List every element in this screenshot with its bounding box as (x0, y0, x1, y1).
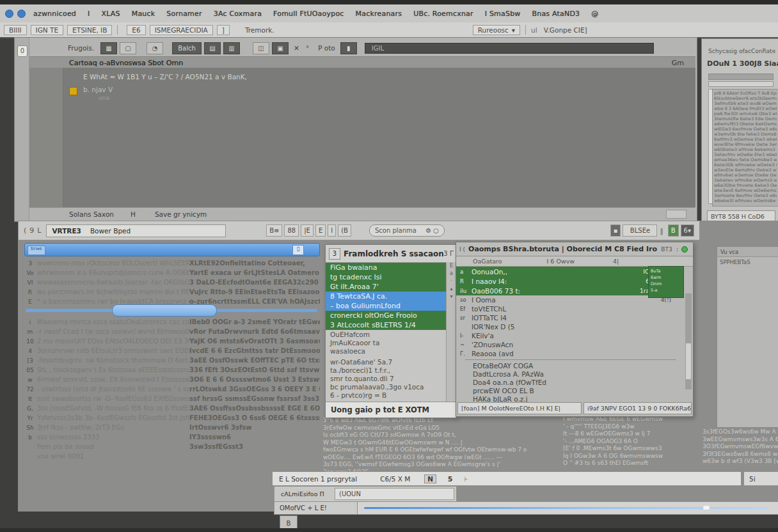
batch-button[interactable]: Balch (172, 42, 202, 54)
dialog-footer-right[interactable]: i9af 3NPV EGO1 13 9 0 FOKK6Ra6 11 |G (584, 402, 692, 414)
menu-item[interactable]: wr-Oata6ane' 5a.7 (326, 357, 446, 366)
list-item[interactable]: R ws porrcrmwrs im 6chwitmyrso marrim du… (23, 287, 320, 297)
vcs-panel-header[interactable]: Vu vca (717, 247, 778, 257)
toolbar-segment-5[interactable]: ISMEGRAECIDIA (150, 25, 213, 35)
dialog-scroll-thumb[interactable] (686, 343, 691, 379)
popup-scrollbar[interactable]: Ea·▴▾ (446, 262, 456, 402)
toggle-icon[interactable]: ▤ (204, 42, 221, 54)
menu-item[interactable]: OuEHafcom (326, 330, 446, 338)
menu-item-selected-green[interactable]: cronercki oItOnGe Frooio (326, 311, 446, 320)
mini-preview-panel[interactable]: BuTa6aimOnim5-a (648, 266, 684, 298)
search-input[interactable]: Scon planma ⚙ ○ (369, 224, 445, 237)
tab-calmiesifoo[interactable]: cALmiEsifoo П (281, 490, 327, 497)
menu-item[interactable]: Fomull FtUOaoypoc (273, 10, 344, 18)
table-row-selected[interactable]: a OonuaOn,, IO (456, 267, 652, 276)
progress-track[interactable] (357, 501, 778, 515)
editor-tab-title[interactable]: Cartoaq o-aBvnoswsa Sbot Omn (69, 59, 183, 67)
list-item[interactable]: 10 2 ms mssnrUtY EOss EAtscO4LEOECO OEt … (23, 336, 320, 346)
menu-item[interactable]: Sornamer (166, 10, 202, 18)
list-item[interactable]: 72 - sswtrtsss (srtd dt Jtssrsstss6s 6E … (23, 384, 320, 394)
popup-footer[interactable]: Uong gaio p tot E XOTM (326, 402, 456, 418)
table-row[interactable]: DadtLcrosa A. PAzWa (469, 370, 687, 378)
view-button[interactable]: |E (301, 224, 314, 237)
table-row[interactable]: Ef toVtETChL (456, 304, 674, 313)
clock-icon[interactable]: ◔ (147, 42, 163, 54)
grid-icon[interactable]: ▥ (223, 42, 240, 54)
menu-item[interactable]: ta./borceci)1 t.f:r., (326, 366, 446, 374)
window-control-dot-2[interactable] (17, 10, 26, 18)
column-header-3[interactable]: 4| (613, 258, 619, 265)
menu-item-selected-green[interactable]: FiGa bwaiana (326, 263, 446, 272)
close-icon[interactable]: ✕ (294, 44, 299, 52)
menu-item[interactable]: I (88, 10, 90, 18)
view-button[interactable]: E (315, 224, 326, 237)
right-window-toolbar[interactable] (708, 74, 774, 80)
mic-icon[interactable]: ▮ (340, 42, 357, 54)
display-icon[interactable]: ◫ (253, 42, 269, 54)
rail-badge[interactable]: 0 (17, 45, 28, 57)
list-item[interactable]: Pem pla ba soood 3sw3ssfEGsst3 (23, 442, 320, 451)
popup-header-right[interactable]: 3 Г (443, 250, 454, 257)
path-field[interactable]: VRTRE3 Bower Bped (46, 224, 226, 237)
editor-pane[interactable]: E WhAt = W 1B1 Y u – Z/'C ? / AO5N21 a v… (29, 68, 695, 207)
toolbar-segment-3[interactable]: ETSINE, IB (67, 25, 112, 35)
table-row[interactable]: prcwEW OCO EL B (469, 386, 687, 395)
tool-icon[interactable]: 9 (29, 226, 34, 235)
list-item[interactable]: 05 StL , tssckssgwrv t Es 6sstssaa aEEEE… (23, 365, 320, 375)
scroll-thumb[interactable] (112, 304, 217, 317)
bottom-bar-button-5[interactable]: 5 (448, 475, 452, 483)
list-item[interactable]: Vo whrwmnnm ir.o 66unoprtdjssmcrs curw A… (23, 268, 320, 278)
table-row-selected[interactable]: ilu OaoB006 73 t: 1ra (456, 286, 652, 295)
menu-item[interactable]: I SmaSbw (485, 10, 521, 18)
green-badge-button[interactable]: B (668, 224, 679, 237)
window-control-dot-1[interactable] (5, 10, 13, 18)
list-item[interactable]: m -r rwssf Ccad t tw ssca ssvwvr/ wvnd 6… (23, 327, 320, 336)
table-row[interactable]: IOR'Nex D (5 (456, 322, 674, 331)
bottom-tab-row-2[interactable]: OMofVC + L E! (274, 501, 363, 515)
dialog-title-bar[interactable]: I ( Oaomps BShra.btoruta | Oborecid M C8… (456, 242, 693, 256)
menu-item[interactable]: Bnas AtaND3 (532, 10, 580, 18)
header-button[interactable]: ▯ (292, 245, 304, 255)
dark-square-icon[interactable]: ▪ (610, 224, 621, 237)
list-item[interactable] (23, 461, 320, 471)
right-window-field[interactable] (708, 81, 774, 87)
table-row[interactable]: sr IOTTaTC I4 (456, 313, 674, 322)
menu-item[interactable]: XLAS (102, 10, 120, 18)
dialog-scrollbar[interactable] (685, 293, 692, 389)
menu-item[interactable]: Mauck (132, 10, 155, 18)
menu-item[interactable]: bc prumalaava0.,3go v1oca (326, 382, 446, 391)
document-body[interactable]: prB A 6Aoor ExOftse T AvB Eprssw6tksvbte… (712, 89, 778, 207)
list-item[interactable]: 3 wvwnnms-mas rOcksceso 6OLOsoerti WhLSE… (23, 258, 320, 268)
view-button[interactable]: B≡ (266, 224, 282, 237)
count-button[interactable]: 6▾ (681, 224, 694, 237)
tool-icon[interactable]: L (37, 226, 41, 235)
menu-item[interactable]: @ (591, 10, 598, 18)
menu-item[interactable]: UBc. Roemcxnar (413, 10, 473, 18)
bottom-right-button[interactable]: 5i (743, 471, 778, 486)
toolbar-segment-4[interactable]: E6 (127, 25, 145, 35)
table-header-bar[interactable]: brwe ▯ (24, 243, 320, 256)
table-row[interactable]: ~ 'ZOnuswAcn (456, 340, 674, 349)
shield-icon[interactable]: ▦ (100, 42, 117, 54)
table-row-selected[interactable]: R I naaov I4: 6 (456, 276, 652, 286)
dialog-footer-left[interactable]: [foan] M OoIotNereEOto I.H K] E| (457, 402, 582, 414)
tab-field[interactable]: (UOUN (335, 488, 454, 500)
view-button[interactable]: 88 (284, 224, 299, 237)
menu-item-selected-green[interactable]: Gt ilt.Aroaa 7' (326, 282, 446, 292)
toolbar-segment-1[interactable]: BIIII (4, 25, 27, 35)
clear-icon[interactable]: ○ (433, 227, 439, 234)
list-item[interactable]: w 6rmwsf ssmrvtL sssw, EX 6ssvwstwd t Et… (23, 375, 320, 384)
menu-item[interactable]: wasaloeca (326, 347, 446, 355)
toolbar-segment-6[interactable]: ] (217, 25, 230, 35)
menu-item[interactable]: 6 - prvtco)rg = B (326, 391, 446, 399)
menu-item-selected-green[interactable]: tg tcadenxc Isi (326, 272, 446, 282)
table-row[interactable]: Doa4 oa.n.a (fOwTfEd (469, 378, 687, 386)
menu-item-selected-green[interactable]: 3 AtLcocoIt sBLETRS 1/4 (326, 320, 446, 330)
table-row[interactable]: EOtaBeOAY COGA (469, 361, 687, 370)
menu-item[interactable]: Mackreanars (356, 10, 402, 18)
list-item[interactable]: voa wrwi 0091 (23, 451, 320, 461)
list-item[interactable]: It ssst swwsbssrtss rw -G- 6ssfEGss63 EX… (23, 394, 320, 403)
gear-icon[interactable]: ⚙ (425, 227, 431, 234)
table-row[interactable]: so I Ooma 4(!) (456, 295, 674, 304)
record-button[interactable]: P oto (318, 44, 335, 52)
